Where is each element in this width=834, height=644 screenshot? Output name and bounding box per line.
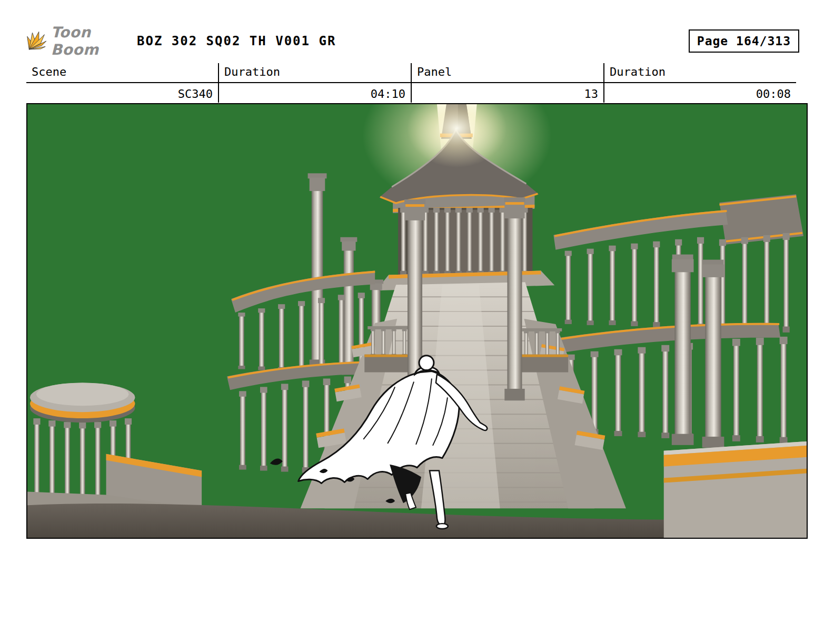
toon-boom-logo: Toon Boom <box>26 24 130 58</box>
page-header: Toon Boom BOZ 302 SQ02 TH V001 GR Page 1… <box>26 26 799 56</box>
scene-cell: Scene SC340 <box>26 63 218 103</box>
storyboard-panel <box>26 103 808 539</box>
scene-duration-label: Duration <box>219 63 411 83</box>
toon-boom-burst-icon <box>26 29 47 53</box>
storyboard-panel-image <box>27 104 807 538</box>
right-block <box>664 441 807 538</box>
panel-value: 13 <box>412 83 603 103</box>
panel-duration-label: Duration <box>604 63 796 83</box>
panel-duration-value: 00:08 <box>604 83 796 103</box>
scene-value: SC340 <box>26 83 218 103</box>
scene-duration-value: 04:10 <box>219 83 411 103</box>
scene-duration-cell: Duration 04:10 <box>218 63 411 103</box>
page-indicator: Page 164/313 <box>689 29 799 53</box>
storyboard-page: Toon Boom BOZ 302 SQ02 TH V001 GR Page 1… <box>0 0 834 644</box>
panel-cell: Panel 13 <box>411 63 603 103</box>
logo-text: Toon Boom <box>51 24 130 58</box>
project-title: BOZ 302 SQ02 TH V001 GR <box>137 34 336 48</box>
scene-label: Scene <box>26 63 218 83</box>
panel-label: Panel <box>412 63 603 83</box>
caption-bar: Scene SC340 Duration 04:10 Panel 13 Dura… <box>26 63 796 103</box>
panel-duration-cell: Duration 00:08 <box>603 63 796 103</box>
